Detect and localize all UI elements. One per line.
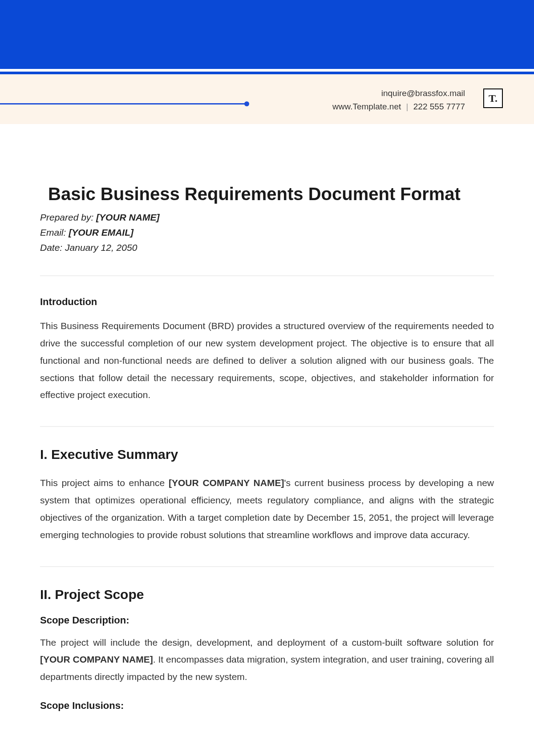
exec-summary-heading: I. Executive Summary [40, 447, 494, 462]
exec-summary-pre: This project aims to enhance [40, 478, 169, 488]
prepared-by-label: Prepared by: [40, 212, 96, 222]
scope-heading: II. Project Scope [40, 587, 494, 602]
section-divider [40, 426, 494, 427]
document-content: Basic Business Requirements Document For… [0, 124, 534, 737]
header-cream-band: inquire@brassfox.mail www.Template.net |… [0, 74, 534, 124]
introduction-body: This Business Requirements Document (BRD… [40, 318, 494, 404]
contact-line2: www.Template.net | 222 555 7777 [332, 100, 465, 113]
document-title: Basic Business Requirements Document For… [48, 184, 494, 204]
date-value: January 12, 2050 [65, 242, 137, 253]
introduction-heading: Introduction [40, 296, 494, 308]
exec-summary-body: This project aims to enhance [YOUR COMPA… [40, 475, 494, 543]
company-placeholder: [YOUR COMPANY NAME] [169, 478, 284, 488]
date-label: Date: [40, 242, 65, 253]
company-placeholder: [YOUR COMPANY NAME] [40, 654, 153, 664]
section-divider [40, 275, 494, 276]
contact-website: www.Template.net [332, 102, 401, 111]
contact-email: inquire@brassfox.mail [332, 87, 465, 100]
prepared-by-value: [YOUR NAME] [96, 212, 159, 222]
email-value: [YOUR EMAIL] [69, 227, 134, 237]
logo-text: T. [489, 92, 498, 105]
contact-separator: | [406, 102, 409, 111]
contact-info: inquire@brassfox.mail www.Template.net |… [332, 87, 465, 114]
scope-description-label: Scope Description: [40, 615, 494, 626]
date-line: Date: January 12, 2050 [40, 242, 494, 253]
logo-icon: T. [483, 88, 503, 108]
scope-desc-pre: The project will include the design, dev… [40, 637, 494, 647]
header-blue-band [0, 0, 534, 69]
scope-description-body: The project will include the design, dev… [40, 634, 494, 686]
email-label: Email: [40, 227, 69, 237]
email-line: Email: [YOUR EMAIL] [40, 227, 494, 238]
scope-inclusions-label: Scope Inclusions: [40, 700, 494, 712]
section-divider [40, 566, 494, 567]
contact-phone: 222 555 7777 [413, 102, 465, 111]
decorative-line-dot [0, 103, 247, 105]
prepared-by-line: Prepared by: [YOUR NAME] [40, 212, 494, 223]
